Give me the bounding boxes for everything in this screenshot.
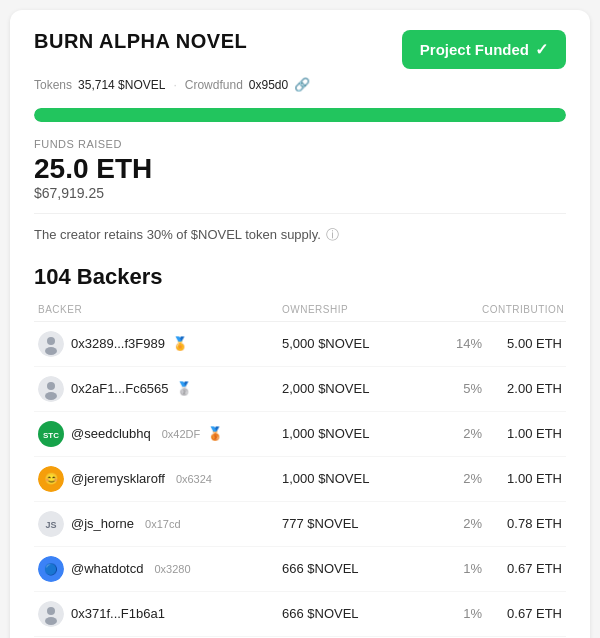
backer-name: 0x371f...F1b6a1 [71, 606, 165, 621]
avatar: STC [38, 421, 64, 447]
backer-name: 0x3289...f3F989 [71, 336, 165, 351]
contribution-value: 1.00 ETH [482, 471, 562, 486]
contribution-value: 0.67 ETH [482, 606, 562, 621]
backer-address: 0x42DF [162, 428, 201, 440]
crowdfund-value: 0x95d0 [249, 78, 288, 92]
creator-note-text: The creator retains 30% of $NOVEL token … [34, 227, 321, 242]
backer-identity: 0x2aF1...Fc6565 🥈 [38, 376, 282, 402]
backers-section: 104 Backers BACKER OWNERSHIP CONTRIBUTIO… [34, 264, 566, 638]
backer-emoji: 🥉 [207, 426, 223, 441]
tokens-value: 35,714 $NOVEL [78, 78, 165, 92]
table-row[interactable]: JS @js_horne 0x17cd 777 $NOVEL 2% 0.78 E… [34, 502, 566, 547]
avatar [38, 601, 64, 627]
backer-name: @js_horne [71, 516, 134, 531]
svg-point-2 [45, 347, 57, 355]
svg-point-1 [47, 337, 55, 345]
eth-amount: 25.0 ETH [34, 154, 566, 185]
backer-name: @jeremysklaroff [71, 471, 165, 486]
usd-amount: $67,919.25 [34, 185, 566, 201]
table-row[interactable]: STC @seedclubhq 0x42DF 🥉 1,000 $NOVEL 2%… [34, 412, 566, 457]
backer-identity: STC @seedclubhq 0x42DF 🥉 [38, 421, 282, 447]
backer-name: 0x2aF1...Fc6565 [71, 381, 169, 396]
backer-name: @seedclubhq [71, 426, 151, 441]
backer-address: 0x17cd [145, 518, 180, 530]
svg-point-15 [47, 607, 55, 615]
contribution-value: 2.00 ETH [482, 381, 562, 396]
progress-bar-container [34, 108, 566, 122]
pct-value: 2% [422, 516, 482, 531]
svg-point-16 [45, 617, 57, 625]
backers-title: 104 Backers [34, 264, 566, 290]
svg-text:JS: JS [45, 520, 56, 530]
funds-raised-label: FUNDS RAISED [34, 138, 566, 150]
backer-name: @whatdotcd [71, 561, 143, 576]
funded-badge[interactable]: Project Funded ✓ [402, 30, 566, 69]
svg-point-4 [47, 382, 55, 390]
link-icon[interactable]: 🔗 [294, 77, 310, 92]
meta-separator: · [173, 78, 176, 92]
table-row[interactable]: 0x371f...F1b6a1 666 $NOVEL 1% 0.67 ETH [34, 592, 566, 637]
ownership-value: 2,000 $NOVEL [282, 381, 422, 396]
info-icon[interactable]: ⓘ [326, 226, 339, 244]
svg-text:🔵: 🔵 [44, 562, 58, 576]
funded-label: Project Funded [420, 41, 529, 58]
ownership-value: 666 $NOVEL [282, 561, 422, 576]
tokens-label: Tokens [34, 78, 72, 92]
col-ownership: OWNERSHIP [282, 304, 422, 315]
ownership-value: 666 $NOVEL [282, 606, 422, 621]
backer-identity: 🔵 @whatdotcd 0x3280 [38, 556, 282, 582]
ownership-value: 777 $NOVEL [282, 516, 422, 531]
avatar: JS [38, 511, 64, 537]
pct-value: 2% [422, 426, 482, 441]
avatar: 🔵 [38, 556, 64, 582]
avatar [38, 331, 64, 357]
meta-row: Tokens 35,714 $NOVEL · Crowdfund 0x95d0 … [34, 77, 566, 92]
backer-identity: 0x3289...f3F989 🏅 [38, 331, 282, 357]
main-card: BURN ALPHA NOVEL Project Funded ✓ Tokens… [10, 10, 590, 638]
pct-value: 2% [422, 471, 482, 486]
pct-value: 14% [422, 336, 482, 351]
backer-emoji: 🥈 [176, 381, 192, 396]
pct-value: 5% [422, 381, 482, 396]
svg-point-5 [45, 392, 57, 400]
pct-value: 1% [422, 606, 482, 621]
table-row[interactable]: 0x2aF1...Fc6565 🥈 2,000 $NOVEL 5% 2.00 E… [34, 367, 566, 412]
backer-emoji: 🏅 [172, 336, 188, 351]
table-header: BACKER OWNERSHIP CONTRIBUTION [34, 304, 566, 322]
ownership-value: 5,000 $NOVEL [282, 336, 422, 351]
backer-address: 0x3280 [154, 563, 190, 575]
table-row[interactable]: 0x3289...f3F989 🏅 5,000 $NOVEL 14% 5.00 … [34, 322, 566, 367]
svg-text:STC: STC [43, 431, 59, 440]
table-row[interactable]: 🔵 @whatdotcd 0x3280 666 $NOVEL 1% 0.67 E… [34, 547, 566, 592]
contribution-value: 0.67 ETH [482, 561, 562, 576]
backer-identity: JS @js_horne 0x17cd [38, 511, 282, 537]
ownership-value: 1,000 $NOVEL [282, 471, 422, 486]
avatar [38, 376, 64, 402]
crowdfund-label: Crowdfund [185, 78, 243, 92]
col-pct [422, 304, 482, 315]
project-title: BURN ALPHA NOVEL [34, 30, 247, 53]
pct-value: 1% [422, 561, 482, 576]
backers-list: 0x3289...f3F989 🏅 5,000 $NOVEL 14% 5.00 … [34, 322, 566, 638]
table-row[interactable]: 😊 @jeremysklaroff 0x6324 1,000 $NOVEL 2%… [34, 457, 566, 502]
contribution-value: 5.00 ETH [482, 336, 562, 351]
backer-identity: 😊 @jeremysklaroff 0x6324 [38, 466, 282, 492]
avatar: 😊 [38, 466, 64, 492]
header-row: BURN ALPHA NOVEL Project Funded ✓ [34, 30, 566, 69]
backer-identity: 0x371f...F1b6a1 [38, 601, 282, 627]
backer-address: 0x6324 [176, 473, 212, 485]
creator-note: The creator retains 30% of $NOVEL token … [34, 213, 566, 244]
col-backer: BACKER [38, 304, 282, 315]
ownership-value: 1,000 $NOVEL [282, 426, 422, 441]
contribution-value: 1.00 ETH [482, 426, 562, 441]
progress-bar-fill [34, 108, 566, 122]
col-contribution: CONTRIBUTION [482, 304, 562, 315]
contribution-value: 0.78 ETH [482, 516, 562, 531]
check-icon: ✓ [535, 40, 548, 59]
svg-text:😊: 😊 [44, 471, 59, 486]
